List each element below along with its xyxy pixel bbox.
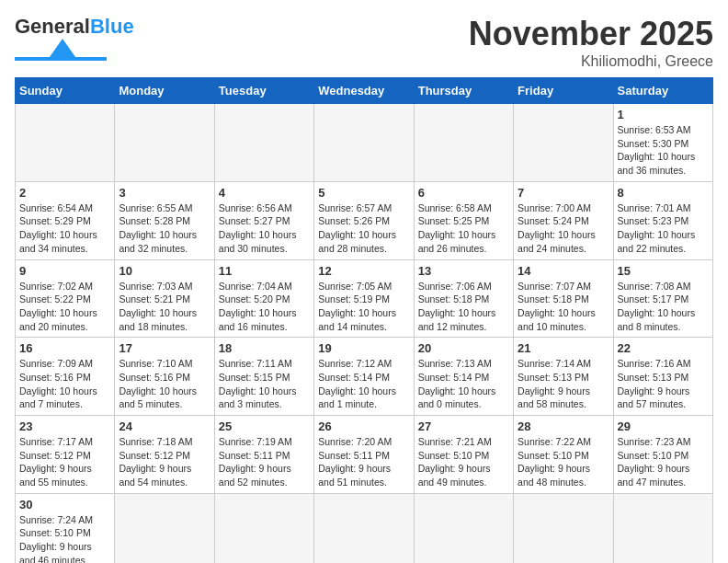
day-info: Sunrise: 7:05 AM Sunset: 5:19 PM Dayligh… (318, 280, 409, 334)
calendar-week-row: 2Sunrise: 6:54 AM Sunset: 5:29 PM Daylig… (16, 181, 713, 259)
calendar-cell: 8Sunrise: 7:01 AM Sunset: 5:23 PM Daylig… (613, 181, 712, 259)
calendar-cell: 16Sunrise: 7:09 AM Sunset: 5:16 PM Dayli… (16, 338, 115, 416)
calendar-cell: 12Sunrise: 7:05 AM Sunset: 5:19 PM Dayli… (314, 259, 414, 338)
weekday-header-friday: Friday (514, 78, 613, 104)
calendar-cell: 20Sunrise: 7:13 AM Sunset: 5:14 PM Dayli… (414, 338, 513, 416)
logo-graphic (15, 39, 107, 61)
day-number: 24 (119, 419, 210, 433)
svg-marker-0 (50, 39, 75, 57)
calendar-cell: 30Sunrise: 7:24 AM Sunset: 5:10 PM Dayli… (16, 493, 115, 563)
day-number: 17 (119, 341, 210, 355)
day-number: 30 (19, 498, 110, 511)
calendar-cell: 27Sunrise: 7:21 AM Sunset: 5:10 PM Dayli… (414, 416, 513, 494)
calendar-location: Khiliomodhi, Greece (469, 53, 713, 70)
day-info: Sunrise: 7:22 AM Sunset: 5:10 PM Dayligh… (518, 435, 609, 489)
calendar-week-row: 30Sunrise: 7:24 AM Sunset: 5:10 PM Dayli… (16, 493, 713, 563)
calendar-cell: 14Sunrise: 7:07 AM Sunset: 5:18 PM Dayli… (514, 259, 613, 338)
calendar-cell (314, 104, 414, 182)
day-info: Sunrise: 7:20 AM Sunset: 5:11 PM Dayligh… (318, 435, 409, 489)
day-number: 20 (418, 341, 509, 355)
day-info: Sunrise: 7:11 AM Sunset: 5:15 PM Dayligh… (219, 357, 310, 411)
day-number: 29 (618, 419, 709, 433)
weekday-header-thursday: Thursday (414, 78, 513, 104)
day-number: 19 (318, 341, 409, 355)
day-info: Sunrise: 7:13 AM Sunset: 5:14 PM Dayligh… (418, 357, 509, 411)
svg-rect-1 (15, 57, 107, 61)
day-number: 15 (618, 264, 709, 278)
calendar-cell (214, 493, 313, 563)
calendar-cell: 29Sunrise: 7:23 AM Sunset: 5:10 PM Dayli… (613, 416, 712, 494)
day-number: 8 (618, 186, 709, 200)
day-number: 25 (219, 419, 310, 433)
calendar-cell: 19Sunrise: 7:12 AM Sunset: 5:14 PM Dayli… (314, 338, 414, 416)
calendar-cell (514, 104, 613, 182)
day-info: Sunrise: 7:19 AM Sunset: 5:11 PM Dayligh… (219, 435, 310, 489)
day-info: Sunrise: 6:58 AM Sunset: 5:25 PM Dayligh… (418, 201, 509, 256)
day-info: Sunrise: 6:55 AM Sunset: 5:28 PM Dayligh… (119, 201, 210, 256)
day-number: 27 (418, 419, 509, 433)
weekday-header-row: SundayMondayTuesdayWednesdayThursdayFrid… (16, 78, 713, 104)
calendar-week-row: 23Sunrise: 7:17 AM Sunset: 5:12 PM Dayli… (16, 416, 713, 494)
day-info: Sunrise: 7:06 AM Sunset: 5:18 PM Dayligh… (418, 280, 509, 334)
day-info: Sunrise: 6:56 AM Sunset: 5:27 PM Dayligh… (219, 201, 310, 256)
calendar-cell (414, 493, 513, 563)
day-info: Sunrise: 7:04 AM Sunset: 5:20 PM Dayligh… (219, 280, 310, 334)
calendar-cell: 28Sunrise: 7:22 AM Sunset: 5:10 PM Dayli… (514, 416, 613, 494)
title-block: November 2025 Khiliomodhi, Greece (469, 15, 713, 70)
calendar-cell (314, 493, 414, 563)
calendar-cell: 11Sunrise: 7:04 AM Sunset: 5:20 PM Dayli… (214, 259, 313, 338)
weekday-header-sunday: Sunday (16, 78, 115, 104)
day-info: Sunrise: 7:09 AM Sunset: 5:16 PM Dayligh… (19, 357, 110, 411)
day-number: 16 (19, 341, 110, 355)
day-number: 1 (618, 108, 709, 121)
calendar-cell: 22Sunrise: 7:16 AM Sunset: 5:13 PM Dayli… (613, 338, 712, 416)
weekday-header-wednesday: Wednesday (314, 78, 414, 104)
day-number: 7 (518, 186, 609, 200)
day-number: 18 (219, 341, 310, 355)
logo-blue-text: Blue (90, 15, 134, 39)
day-info: Sunrise: 7:10 AM Sunset: 5:16 PM Dayligh… (119, 357, 210, 411)
calendar-cell: 23Sunrise: 7:17 AM Sunset: 5:12 PM Dayli… (16, 416, 115, 494)
day-info: Sunrise: 7:00 AM Sunset: 5:24 PM Dayligh… (518, 201, 609, 256)
day-info: Sunrise: 7:03 AM Sunset: 5:21 PM Dayligh… (119, 280, 210, 334)
day-number: 12 (318, 264, 409, 278)
calendar-cell: 18Sunrise: 7:11 AM Sunset: 5:15 PM Dayli… (214, 338, 313, 416)
calendar-cell: 2Sunrise: 6:54 AM Sunset: 5:29 PM Daylig… (16, 181, 115, 259)
day-number: 26 (318, 419, 409, 433)
day-info: Sunrise: 7:07 AM Sunset: 5:18 PM Dayligh… (518, 280, 609, 334)
day-number: 23 (19, 419, 110, 433)
day-number: 2 (19, 186, 110, 200)
day-info: Sunrise: 7:02 AM Sunset: 5:22 PM Dayligh… (19, 280, 110, 334)
calendar-cell: 24Sunrise: 7:18 AM Sunset: 5:12 PM Dayli… (115, 416, 214, 494)
calendar-week-row: 9Sunrise: 7:02 AM Sunset: 5:22 PM Daylig… (16, 259, 713, 338)
day-info: Sunrise: 6:54 AM Sunset: 5:29 PM Dayligh… (19, 201, 110, 256)
calendar-cell (414, 104, 513, 182)
calendar-cell: 9Sunrise: 7:02 AM Sunset: 5:22 PM Daylig… (16, 259, 115, 338)
calendar-cell (613, 493, 712, 563)
calendar-cell: 4Sunrise: 6:56 AM Sunset: 5:27 PM Daylig… (214, 181, 313, 259)
day-number: 14 (518, 264, 609, 278)
calendar-cell: 7Sunrise: 7:00 AM Sunset: 5:24 PM Daylig… (514, 181, 613, 259)
day-number: 28 (518, 419, 609, 433)
weekday-header-tuesday: Tuesday (214, 78, 313, 104)
day-info: Sunrise: 7:16 AM Sunset: 5:13 PM Dayligh… (618, 357, 709, 411)
day-info: Sunrise: 7:21 AM Sunset: 5:10 PM Dayligh… (418, 435, 509, 489)
day-number: 9 (19, 264, 110, 278)
logo-general-text: General (15, 15, 90, 39)
day-number: 5 (318, 186, 409, 200)
day-number: 6 (418, 186, 509, 200)
calendar-table: SundayMondayTuesdayWednesdayThursdayFrid… (15, 77, 713, 563)
calendar-cell: 13Sunrise: 7:06 AM Sunset: 5:18 PM Dayli… (414, 259, 513, 338)
day-number: 21 (518, 341, 609, 355)
calendar-cell (214, 104, 313, 182)
calendar-cell: 1Sunrise: 6:53 AM Sunset: 5:30 PM Daylig… (613, 104, 712, 182)
calendar-title: November 2025 (469, 15, 713, 53)
calendar-week-row: 16Sunrise: 7:09 AM Sunset: 5:16 PM Dayli… (16, 338, 713, 416)
calendar-cell: 10Sunrise: 7:03 AM Sunset: 5:21 PM Dayli… (115, 259, 214, 338)
calendar-cell: 6Sunrise: 6:58 AM Sunset: 5:25 PM Daylig… (414, 181, 513, 259)
day-info: Sunrise: 7:17 AM Sunset: 5:12 PM Dayligh… (19, 435, 110, 489)
day-info: Sunrise: 6:57 AM Sunset: 5:26 PM Dayligh… (318, 201, 409, 256)
calendar-cell: 15Sunrise: 7:08 AM Sunset: 5:17 PM Dayli… (613, 259, 712, 338)
day-info: Sunrise: 7:18 AM Sunset: 5:12 PM Dayligh… (119, 435, 210, 489)
day-number: 13 (418, 264, 509, 278)
